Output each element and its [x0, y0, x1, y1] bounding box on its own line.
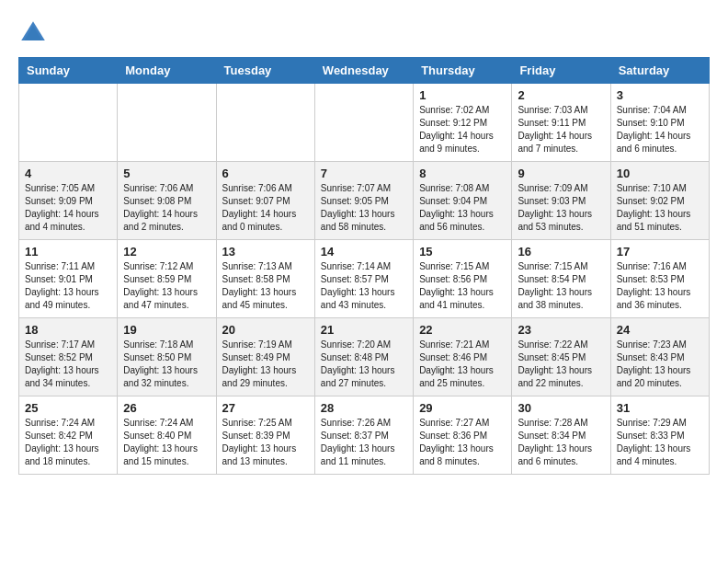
calendar-cell: 24Sunrise: 7:23 AM Sunset: 8:43 PM Dayli…: [610, 318, 709, 396]
calendar-cell: 12Sunrise: 7:12 AM Sunset: 8:59 PM Dayli…: [118, 240, 216, 318]
day-number: 26: [123, 401, 210, 415]
header-sunday: Sunday: [19, 58, 118, 84]
day-info: Sunrise: 7:15 AM Sunset: 8:56 PM Dayligh…: [419, 260, 506, 312]
day-number: 27: [222, 401, 309, 415]
day-number: 29: [419, 401, 506, 415]
calendar-cell: 27Sunrise: 7:25 AM Sunset: 8:39 PM Dayli…: [216, 396, 314, 475]
week-row-4: 18Sunrise: 7:17 AM Sunset: 8:52 PM Dayli…: [19, 318, 710, 396]
day-info: Sunrise: 7:25 AM Sunset: 8:39 PM Dayligh…: [222, 417, 309, 468]
day-info: Sunrise: 7:11 AM Sunset: 9:01 PM Dayligh…: [25, 260, 111, 312]
calendar-cell: 7Sunrise: 7:07 AM Sunset: 9:05 PM Daylig…: [314, 162, 413, 240]
day-number: 28: [321, 401, 407, 415]
day-number: 19: [123, 323, 210, 337]
day-info: Sunrise: 7:21 AM Sunset: 8:46 PM Dayligh…: [419, 339, 506, 390]
day-info: Sunrise: 7:02 AM Sunset: 9:12 PM Dayligh…: [419, 104, 506, 155]
day-number: 7: [321, 167, 407, 180]
day-number: 20: [222, 323, 309, 337]
calendar-header-row: SundayMondayTuesdayWednesdayThursdayFrid…: [19, 58, 710, 84]
header-wednesday: Wednesday: [314, 58, 413, 84]
header-friday: Friday: [512, 58, 610, 84]
day-info: Sunrise: 7:03 AM Sunset: 9:11 PM Dayligh…: [518, 104, 604, 155]
day-info: Sunrise: 7:24 AM Sunset: 8:40 PM Dayligh…: [123, 417, 210, 468]
calendar-cell: 8Sunrise: 7:08 AM Sunset: 9:04 PM Daylig…: [414, 162, 512, 240]
day-info: Sunrise: 7:28 AM Sunset: 8:34 PM Dayligh…: [518, 417, 604, 468]
calendar-cell: 30Sunrise: 7:28 AM Sunset: 8:34 PM Dayli…: [512, 396, 610, 475]
day-info: Sunrise: 7:06 AM Sunset: 9:08 PM Dayligh…: [123, 182, 210, 234]
header-saturday: Saturday: [610, 58, 709, 84]
day-info: Sunrise: 7:04 AM Sunset: 9:10 PM Dayligh…: [617, 104, 703, 155]
day-number: 3: [617, 88, 703, 102]
day-number: 13: [222, 245, 309, 259]
header-thursday: Thursday: [414, 58, 512, 84]
day-info: Sunrise: 7:29 AM Sunset: 8:33 PM Dayligh…: [617, 417, 703, 468]
day-info: Sunrise: 7:07 AM Sunset: 9:05 PM Dayligh…: [321, 182, 407, 234]
day-info: Sunrise: 7:14 AM Sunset: 8:57 PM Dayligh…: [321, 260, 407, 312]
day-number: 14: [321, 245, 407, 259]
calendar-cell: 20Sunrise: 7:19 AM Sunset: 8:49 PM Dayli…: [216, 318, 314, 396]
day-info: Sunrise: 7:26 AM Sunset: 8:37 PM Dayligh…: [321, 417, 407, 468]
calendar-cell: 15Sunrise: 7:15 AM Sunset: 8:56 PM Dayli…: [414, 240, 512, 318]
calendar-cell: 23Sunrise: 7:22 AM Sunset: 8:45 PM Dayli…: [512, 318, 610, 396]
day-number: 15: [419, 245, 506, 259]
day-info: Sunrise: 7:15 AM Sunset: 8:54 PM Dayligh…: [518, 260, 604, 312]
calendar-cell: 17Sunrise: 7:16 AM Sunset: 8:53 PM Dayli…: [610, 240, 709, 318]
calendar-cell: 2Sunrise: 7:03 AM Sunset: 9:11 PM Daylig…: [512, 84, 610, 162]
day-info: Sunrise: 7:22 AM Sunset: 8:45 PM Dayligh…: [518, 339, 604, 390]
day-number: 17: [617, 245, 703, 259]
calendar-cell: 6Sunrise: 7:06 AM Sunset: 9:07 PM Daylig…: [216, 162, 314, 240]
calendar-cell: [118, 84, 216, 162]
page-header: [18, 18, 710, 48]
day-number: 31: [617, 401, 703, 415]
day-info: Sunrise: 7:12 AM Sunset: 8:59 PM Dayligh…: [123, 260, 210, 312]
day-number: 4: [25, 167, 111, 180]
day-number: 10: [617, 167, 703, 180]
day-number: 21: [321, 323, 407, 337]
logo: [18, 18, 51, 48]
week-row-5: 25Sunrise: 7:24 AM Sunset: 8:42 PM Dayli…: [19, 396, 710, 475]
day-number: 30: [518, 401, 604, 415]
calendar-cell: 1Sunrise: 7:02 AM Sunset: 9:12 PM Daylig…: [414, 84, 512, 162]
logo-icon: [18, 18, 48, 48]
calendar-cell: 3Sunrise: 7:04 AM Sunset: 9:10 PM Daylig…: [610, 84, 709, 162]
day-info: Sunrise: 7:08 AM Sunset: 9:04 PM Dayligh…: [419, 182, 506, 234]
day-info: Sunrise: 7:09 AM Sunset: 9:03 PM Dayligh…: [518, 182, 604, 234]
calendar-cell: 9Sunrise: 7:09 AM Sunset: 9:03 PM Daylig…: [512, 162, 610, 240]
calendar-cell: 5Sunrise: 7:06 AM Sunset: 9:08 PM Daylig…: [118, 162, 216, 240]
day-info: Sunrise: 7:05 AM Sunset: 9:09 PM Dayligh…: [25, 182, 111, 234]
day-number: 23: [518, 323, 604, 337]
calendar-cell: 16Sunrise: 7:15 AM Sunset: 8:54 PM Dayli…: [512, 240, 610, 318]
week-row-2: 4Sunrise: 7:05 AM Sunset: 9:09 PM Daylig…: [19, 162, 710, 240]
day-number: 22: [419, 323, 506, 337]
header-tuesday: Tuesday: [216, 58, 314, 84]
calendar-table: SundayMondayTuesdayWednesdayThursdayFrid…: [18, 57, 710, 475]
calendar-cell: [216, 84, 314, 162]
day-number: 18: [25, 323, 111, 337]
day-number: 11: [25, 245, 111, 259]
day-number: 25: [25, 401, 111, 415]
header-monday: Monday: [118, 58, 216, 84]
week-row-3: 11Sunrise: 7:11 AM Sunset: 9:01 PM Dayli…: [19, 240, 710, 318]
day-info: Sunrise: 7:06 AM Sunset: 9:07 PM Dayligh…: [222, 182, 309, 234]
calendar-cell: 26Sunrise: 7:24 AM Sunset: 8:40 PM Dayli…: [118, 396, 216, 475]
day-number: 6: [222, 167, 309, 180]
calendar-cell: 14Sunrise: 7:14 AM Sunset: 8:57 PM Dayli…: [314, 240, 413, 318]
day-info: Sunrise: 7:13 AM Sunset: 8:58 PM Dayligh…: [222, 260, 309, 312]
calendar-cell: 21Sunrise: 7:20 AM Sunset: 8:48 PM Dayli…: [314, 318, 413, 396]
calendar-cell: 18Sunrise: 7:17 AM Sunset: 8:52 PM Dayli…: [19, 318, 118, 396]
day-info: Sunrise: 7:24 AM Sunset: 8:42 PM Dayligh…: [25, 417, 111, 468]
calendar-cell: [19, 84, 118, 162]
calendar-cell: 10Sunrise: 7:10 AM Sunset: 9:02 PM Dayli…: [610, 162, 709, 240]
day-number: 1: [419, 88, 506, 102]
day-number: 24: [617, 323, 703, 337]
calendar-cell: [314, 84, 413, 162]
calendar-cell: 11Sunrise: 7:11 AM Sunset: 9:01 PM Dayli…: [19, 240, 118, 318]
day-info: Sunrise: 7:16 AM Sunset: 8:53 PM Dayligh…: [617, 260, 703, 312]
calendar-cell: 29Sunrise: 7:27 AM Sunset: 8:36 PM Dayli…: [414, 396, 512, 475]
day-info: Sunrise: 7:23 AM Sunset: 8:43 PM Dayligh…: [617, 339, 703, 390]
day-number: 12: [123, 245, 210, 259]
day-number: 2: [518, 88, 604, 102]
day-info: Sunrise: 7:17 AM Sunset: 8:52 PM Dayligh…: [25, 339, 111, 390]
calendar-cell: 22Sunrise: 7:21 AM Sunset: 8:46 PM Dayli…: [414, 318, 512, 396]
day-number: 16: [518, 245, 604, 259]
week-row-1: 1Sunrise: 7:02 AM Sunset: 9:12 PM Daylig…: [19, 84, 710, 162]
